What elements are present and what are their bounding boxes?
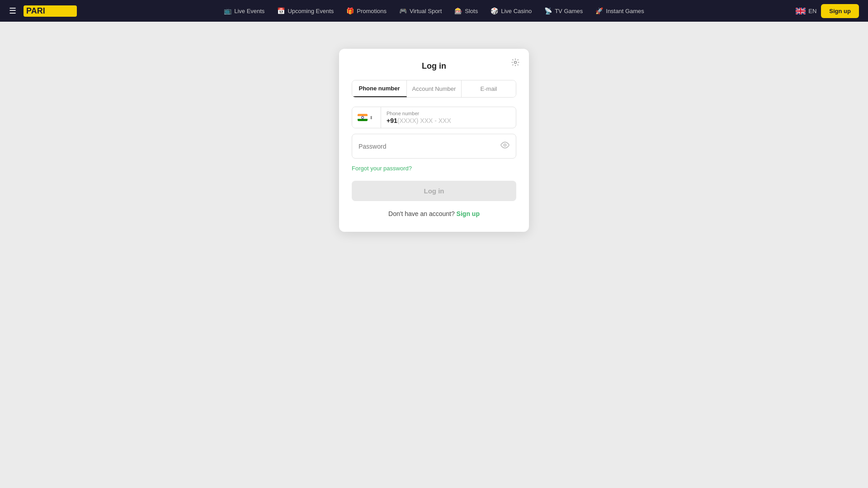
signup-button[interactable]: Sign up (821, 4, 859, 18)
india-flag-icon (358, 114, 368, 121)
tab-email[interactable]: E-mail (462, 80, 516, 97)
nav-item-upcoming-events[interactable]: 📅Upcoming Events (272, 5, 339, 17)
show-password-icon[interactable] (500, 141, 509, 152)
nav-items-container: 📺Live Events📅Upcoming Events🎁Promotions🎮… (218, 5, 650, 17)
navbar-right: EN Sign up (796, 4, 859, 18)
nav-label-tv-games: TV Games (555, 8, 583, 14)
password-input[interactable] (359, 143, 500, 150)
phone-input-row: ⬍ Phone number +91(XXXX) XXX - XXX (352, 107, 516, 128)
login-card: Log in Phone number Account Number E-mai… (339, 49, 529, 232)
nav-label-promotions: Promotions (357, 8, 387, 14)
forgot-password-link[interactable]: Forgot your password? (352, 165, 412, 172)
logo: PARI MATCH (24, 5, 77, 17)
login-title: Log in (352, 61, 516, 71)
nav-label-instant-games: Instant Games (606, 8, 644, 14)
tab-phone-number[interactable]: Phone number (352, 80, 407, 97)
phone-input-wrap[interactable]: Phone number +91(XXXX) XXX - XXX (381, 107, 516, 128)
country-selector[interactable]: ⬍ (352, 107, 381, 128)
nav-icon-tv-games: 📡 (544, 7, 552, 14)
phone-placeholder-text: (XXXX) XXX - XXX (397, 117, 451, 124)
navbar-center: 📺Live Events📅Upcoming Events🎁Promotions🎮… (218, 5, 650, 17)
country-chevron-icon: ⬍ (369, 115, 373, 120)
nav-icon-virtual-sport: 🎮 (399, 7, 407, 14)
nav-label-upcoming-events: Upcoming Events (288, 8, 334, 14)
logo-box: PARI MATCH (24, 5, 77, 17)
logo-pari: PARI (26, 6, 45, 16)
phone-field-value: +91(XXXX) XXX - XXX (387, 117, 510, 124)
page-content: Log in Phone number Account Number E-mai… (0, 22, 868, 488)
login-tabs: Phone number Account Number E-mail (352, 80, 516, 98)
nav-label-virtual-sport: Virtual Sport (410, 8, 442, 14)
svg-point-10 (504, 144, 506, 146)
logo-match: MATCH (46, 6, 75, 16)
nav-item-tv-games[interactable]: 📡TV Games (539, 5, 588, 17)
eye-svg (500, 141, 509, 150)
nav-item-slots[interactable]: 🎰Slots (449, 5, 483, 17)
country-code: +91 (387, 117, 397, 124)
nav-icon-upcoming-events: 📅 (277, 7, 285, 14)
settings-icon (511, 58, 520, 67)
lang-selector[interactable]: EN (796, 8, 816, 14)
nav-item-live-events[interactable]: 📺Live Events (218, 5, 270, 17)
nav-icon-instant-games: 🚀 (595, 7, 603, 14)
phone-field-label: Phone number (387, 111, 510, 116)
nav-item-live-casino[interactable]: 🎲Live Casino (485, 5, 537, 17)
signup-link[interactable]: Sign up (457, 210, 480, 217)
password-input-row[interactable] (352, 134, 516, 159)
nav-item-promotions[interactable]: 🎁Promotions (341, 5, 392, 17)
nav-label-live-casino: Live Casino (501, 8, 532, 14)
lang-label: EN (808, 8, 816, 14)
no-account-text: Don't have an account? (388, 210, 455, 217)
nav-label-live-events: Live Events (234, 8, 264, 14)
nav-item-instant-games[interactable]: 🚀Instant Games (590, 5, 650, 17)
navbar: ☰ PARI MATCH 📺Live Events📅Upcoming Event… (0, 0, 868, 22)
signup-row: Don't have an account? Sign up (352, 210, 516, 217)
settings-icon-button[interactable] (511, 58, 520, 69)
svg-point-9 (514, 61, 517, 64)
hamburger-icon[interactable]: ☰ (9, 6, 16, 16)
navbar-left: ☰ PARI MATCH (9, 5, 77, 17)
nav-icon-live-casino: 🎲 (491, 7, 498, 14)
tab-account-number[interactable]: Account Number (407, 80, 462, 97)
nav-icon-promotions: 🎁 (346, 7, 354, 14)
nav-item-virtual-sport[interactable]: 🎮Virtual Sport (394, 5, 447, 17)
login-button[interactable]: Log in (352, 181, 516, 201)
nav-icon-live-events: 📺 (224, 7, 231, 14)
nav-label-slots: Slots (465, 8, 478, 14)
nav-icon-slots: 🎰 (454, 7, 462, 14)
uk-flag-icon (796, 8, 806, 14)
